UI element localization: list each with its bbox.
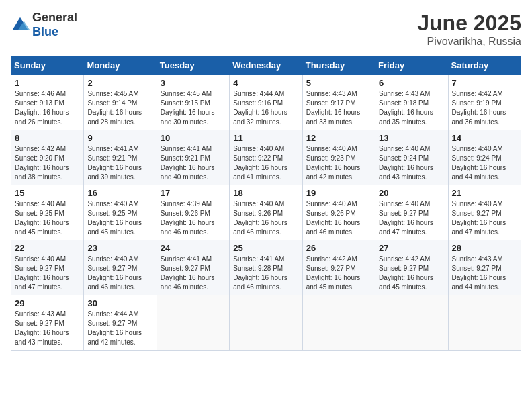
table-row: 23 Sunrise: 4:40 AMSunset: 9:27 PMDaylig… bbox=[84, 240, 157, 295]
table-row: 6 Sunrise: 4:43 AMSunset: 9:18 PMDayligh… bbox=[375, 75, 448, 130]
month-title: June 2025 bbox=[417, 11, 521, 36]
table-row: 8 Sunrise: 4:42 AMSunset: 9:20 PMDayligh… bbox=[11, 130, 84, 185]
logo-blue: Blue bbox=[32, 25, 58, 38]
table-row: 7 Sunrise: 4:42 AMSunset: 9:19 PMDayligh… bbox=[448, 75, 521, 130]
location-title: Pivovarikha, Russia bbox=[417, 36, 521, 48]
empty-cell bbox=[448, 295, 521, 351]
table-row: 18 Sunrise: 4:40 AMSunset: 9:26 PMDaylig… bbox=[230, 185, 302, 240]
empty-cell bbox=[157, 295, 229, 351]
table-row: 22 Sunrise: 4:40 AMSunset: 9:27 PMDaylig… bbox=[11, 240, 84, 295]
table-row: 17 Sunrise: 4:39 AMSunset: 9:26 PMDaylig… bbox=[157, 185, 229, 240]
table-row: 5 Sunrise: 4:43 AMSunset: 9:17 PMDayligh… bbox=[302, 75, 375, 130]
logo-general: General bbox=[32, 11, 77, 24]
table-row: 1 Sunrise: 4:46 AMSunset: 9:13 PMDayligh… bbox=[11, 75, 84, 130]
empty-cell bbox=[302, 295, 375, 351]
table-row: 29 Sunrise: 4:43 AMSunset: 9:27 PMDaylig… bbox=[11, 295, 84, 351]
table-row: 16 Sunrise: 4:40 AMSunset: 9:25 PMDaylig… bbox=[84, 185, 157, 240]
table-row: 24 Sunrise: 4:41 AMSunset: 9:27 PMDaylig… bbox=[157, 240, 229, 295]
table-row: 14 Sunrise: 4:40 AMSunset: 9:24 PMDaylig… bbox=[448, 130, 521, 185]
col-tuesday: Tuesday bbox=[157, 56, 229, 75]
table-row: 19 Sunrise: 4:40 AMSunset: 9:26 PMDaylig… bbox=[302, 185, 375, 240]
col-friday: Friday bbox=[375, 56, 448, 75]
table-row: 10 Sunrise: 4:41 AMSunset: 9:21 PMDaylig… bbox=[157, 130, 229, 185]
table-row: 4 Sunrise: 4:44 AMSunset: 9:16 PMDayligh… bbox=[230, 75, 302, 130]
table-row: 11 Sunrise: 4:40 AMSunset: 9:22 PMDaylig… bbox=[230, 130, 302, 185]
title-area: June 2025 Pivovarikha, Russia bbox=[417, 11, 521, 48]
col-monday: Monday bbox=[84, 56, 157, 75]
table-row: 25 Sunrise: 4:41 AMSunset: 9:28 PMDaylig… bbox=[230, 240, 302, 295]
page-header: General Blue June 2025 Pivovarikha, Russ… bbox=[11, 11, 521, 48]
table-row: 13 Sunrise: 4:40 AMSunset: 9:24 PMDaylig… bbox=[375, 130, 448, 185]
table-row: 3 Sunrise: 4:45 AMSunset: 9:15 PMDayligh… bbox=[157, 75, 229, 130]
logo: General Blue bbox=[11, 11, 77, 39]
table-row: 27 Sunrise: 4:42 AMSunset: 9:27 PMDaylig… bbox=[375, 240, 448, 295]
table-row: 2 Sunrise: 4:45 AMSunset: 9:14 PMDayligh… bbox=[84, 75, 157, 130]
empty-cell bbox=[230, 295, 302, 351]
table-row: 15 Sunrise: 4:40 AMSunset: 9:25 PMDaylig… bbox=[11, 185, 84, 240]
table-row: 30 Sunrise: 4:44 AMSunset: 9:27 PMDaylig… bbox=[84, 295, 157, 351]
calendar-week-row: 15 Sunrise: 4:40 AMSunset: 9:25 PMDaylig… bbox=[11, 185, 521, 240]
calendar-table: Sunday Monday Tuesday Wednesday Thursday… bbox=[11, 56, 521, 351]
logo-icon bbox=[11, 15, 30, 34]
calendar-week-row: 8 Sunrise: 4:42 AMSunset: 9:20 PMDayligh… bbox=[11, 130, 521, 185]
table-row: 9 Sunrise: 4:41 AMSunset: 9:21 PMDayligh… bbox=[84, 130, 157, 185]
table-row: 28 Sunrise: 4:43 AMSunset: 9:27 PMDaylig… bbox=[448, 240, 521, 295]
calendar-week-row: 29 Sunrise: 4:43 AMSunset: 9:27 PMDaylig… bbox=[11, 295, 521, 351]
col-wednesday: Wednesday bbox=[230, 56, 302, 75]
table-row: 12 Sunrise: 4:40 AMSunset: 9:23 PMDaylig… bbox=[302, 130, 375, 185]
calendar-header-row: Sunday Monday Tuesday Wednesday Thursday… bbox=[11, 56, 521, 75]
table-row: 20 Sunrise: 4:40 AMSunset: 9:27 PMDaylig… bbox=[375, 185, 448, 240]
calendar-week-row: 22 Sunrise: 4:40 AMSunset: 9:27 PMDaylig… bbox=[11, 240, 521, 295]
col-sunday: Sunday bbox=[11, 56, 84, 75]
empty-cell bbox=[375, 295, 448, 351]
col-saturday: Saturday bbox=[448, 56, 521, 75]
col-thursday: Thursday bbox=[302, 56, 375, 75]
calendar-week-row: 1 Sunrise: 4:46 AMSunset: 9:13 PMDayligh… bbox=[11, 75, 521, 130]
table-row: 21 Sunrise: 4:40 AMSunset: 9:27 PMDaylig… bbox=[448, 185, 521, 240]
table-row: 26 Sunrise: 4:42 AMSunset: 9:27 PMDaylig… bbox=[302, 240, 375, 295]
